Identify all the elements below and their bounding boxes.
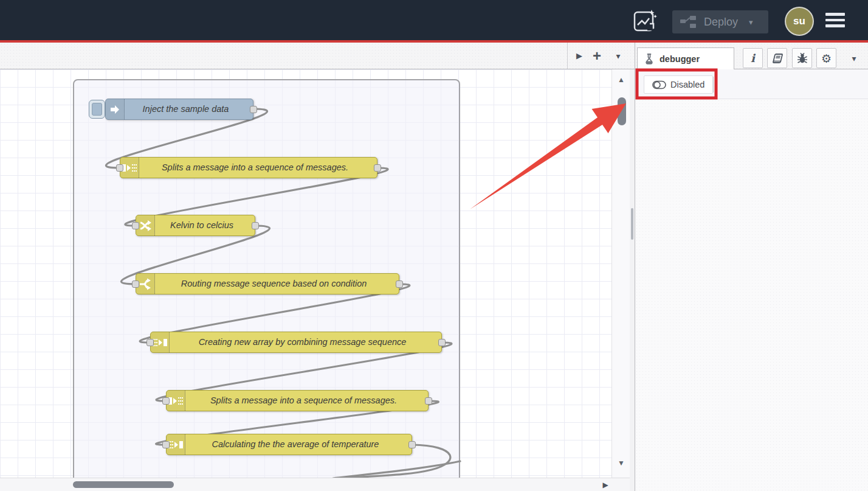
user-avatar[interactable]: su <box>786 8 813 35</box>
bug-icon <box>796 52 808 64</box>
inject-trigger-button[interactable] <box>89 100 105 119</box>
output-port[interactable] <box>252 222 259 229</box>
output-port[interactable] <box>438 339 446 346</box>
header-bar: Deploy ▾ su <box>0 0 868 40</box>
debug-sidebar-content <box>635 99 868 491</box>
node-join[interactable]: Calculating the the average of temperatu… <box>166 434 412 455</box>
flask-icon <box>644 53 655 65</box>
node-label: Calculating the the average of temperatu… <box>185 434 405 454</box>
separator-grip[interactable] <box>631 208 633 240</box>
node-label: Splits a message into a sequence of mess… <box>185 391 422 411</box>
node-join[interactable]: Creating new array by combining message … <box>150 332 442 353</box>
debug-sidebar-toolbar: Disabled <box>635 69 868 99</box>
vertical-scroll-thumb[interactable] <box>618 97 626 125</box>
debug-tab-button[interactable] <box>792 48 812 68</box>
node-inject[interactable]: Inject the sample data <box>105 99 253 120</box>
deploy-label: Deploy <box>704 16 738 29</box>
toolbar-divider <box>713 77 714 92</box>
input-port[interactable] <box>146 339 154 346</box>
canvas-vertical-scrollbar[interactable]: ▲ ▼ <box>611 69 630 478</box>
node-split[interactable]: Splits a message into a sequence of mess… <box>166 390 429 411</box>
deploy-button[interactable]: Deploy ▾ <box>672 10 768 33</box>
deploy-nodes-icon <box>680 15 698 29</box>
output-port[interactable] <box>408 441 416 448</box>
node-label: Inject the sample data <box>125 99 247 119</box>
book-icon <box>771 52 784 64</box>
node-label: Creating new array by combining message … <box>170 332 435 352</box>
node-label: Splits a message into a sequence of mess… <box>139 158 371 178</box>
input-port[interactable] <box>162 441 170 448</box>
workspace-tab-controls: ▶ + ▾ <box>567 43 630 69</box>
node-split[interactable]: Splits a message into a sequence of mess… <box>120 157 377 178</box>
flow-assistant-icon[interactable] <box>633 8 657 33</box>
add-flow-button[interactable]: + <box>588 43 605 69</box>
input-port[interactable] <box>162 397 170 405</box>
workspace-tab-bar <box>0 43 868 69</box>
toggle-off-icon <box>652 80 666 89</box>
settings-tab-button[interactable]: ⚙ <box>816 48 836 68</box>
output-port[interactable] <box>425 397 432 405</box>
horizontal-scroll-thumb[interactable] <box>73 481 174 488</box>
scroll-up-icon[interactable]: ▲ <box>612 75 630 84</box>
input-port[interactable] <box>132 280 139 288</box>
scroll-right-icon[interactable]: ▶ <box>599 479 611 490</box>
gear-icon: ⚙ <box>821 52 832 65</box>
input-port[interactable] <box>116 164 123 172</box>
output-port[interactable] <box>396 280 403 288</box>
node-change[interactable]: Kelvin to celcius <box>136 215 255 236</box>
node-label: Kelvin to celcius <box>155 215 249 235</box>
node-red-app: Deploy ▾ su ▶ + ▾ <box>0 0 868 491</box>
docs-tab-button[interactable] <box>767 48 787 68</box>
main-menu-icon[interactable] <box>825 13 846 29</box>
sidebar-separator[interactable] <box>630 69 635 491</box>
flow-canvas[interactable]: Inject the sample data Splits a message … <box>0 69 611 478</box>
sidebar-tab-debugger[interactable]: debugger <box>637 47 734 69</box>
scroll-down-icon[interactable]: ▼ <box>612 459 630 467</box>
node-label: Routing message sequence based on condit… <box>155 274 393 294</box>
disabled-button-label: Disabled <box>670 80 704 89</box>
sidebar-tab-label: debugger <box>660 54 700 64</box>
info-tab-button[interactable]: i <box>743 48 763 68</box>
output-port[interactable] <box>250 106 257 113</box>
debug-disabled-toggle-button[interactable]: Disabled <box>644 75 713 94</box>
node-switch[interactable]: Routing message sequence based on condit… <box>136 273 399 294</box>
output-port[interactable] <box>374 164 381 172</box>
info-icon: i <box>751 52 755 64</box>
deploy-options-caret-icon[interactable]: ▾ <box>749 18 753 27</box>
avatar-initials: su <box>793 15 805 27</box>
canvas-horizontal-scrollbar[interactable]: ▶ <box>0 478 630 491</box>
inject-arrow-icon <box>106 99 125 119</box>
scroll-tabs-right-icon[interactable]: ▶ <box>571 43 587 69</box>
input-port[interactable] <box>132 222 139 229</box>
flow-list-caret-icon[interactable]: ▾ <box>609 43 627 69</box>
sidebar-collapse-caret-icon[interactable]: ▾ <box>846 51 862 66</box>
